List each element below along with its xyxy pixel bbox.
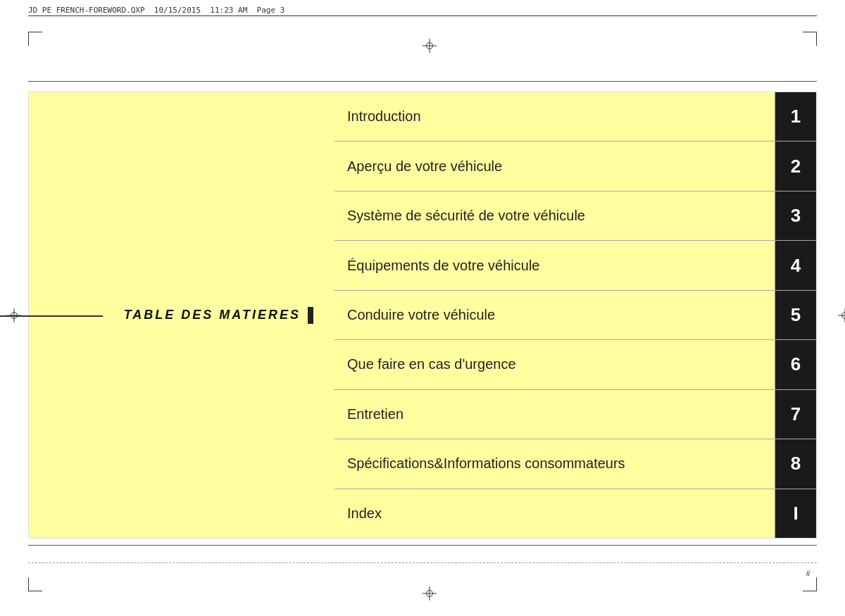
corner-mark-tr [803, 32, 817, 46]
corner-mark-br [803, 577, 817, 591]
toc-number: 7 [775, 390, 816, 439]
left-panel: TABLE DES MATIERES [28, 92, 334, 539]
toc-row: Système de sécurité de votre véhicule3 [334, 191, 816, 241]
top-rule [28, 15, 817, 16]
toc-number: I [775, 489, 816, 538]
toc-label[interactable]: Aperçu de votre véhicule [334, 142, 775, 190]
page-number: ii [806, 569, 810, 577]
toc-row: Aperçu de votre véhicule2 [334, 142, 816, 191]
main-content: TABLE DES MATIERES Introduction1Aperçu d… [28, 92, 817, 539]
toc-row: Équipements de votre véhicule4 [334, 241, 816, 290]
toc-row: Spécifications&Informations consommateur… [334, 439, 816, 489]
time-label: 11:23 AM [210, 6, 247, 15]
toc-number: 6 [775, 340, 816, 389]
toc-number: 3 [775, 191, 816, 240]
toc-label[interactable]: Équipements de votre véhicule [334, 241, 775, 289]
bottom-separator [28, 545, 817, 546]
toc-number: 5 [775, 291, 816, 339]
toc-label[interactable]: Index [334, 489, 775, 538]
toc-row: Que faire en cas d'urgence6 [334, 340, 816, 389]
toc-label[interactable]: Spécifications&Informations consommateur… [334, 439, 775, 488]
toc-label[interactable]: Système de sécurité de votre véhicule [334, 191, 775, 240]
toc-row: IndexI [334, 489, 816, 538]
toc-row: Introduction1 [334, 92, 816, 142]
toc-number: 1 [775, 92, 816, 141]
toc-row: Conduire votre véhicule5 [334, 291, 816, 340]
top-separator [28, 81, 817, 82]
toc-number: 4 [775, 241, 816, 289]
title-line [0, 315, 103, 317]
dashed-cut-line [28, 562, 817, 563]
toc-number: 8 [775, 439, 816, 488]
toc-label[interactable]: Conduire votre véhicule [334, 291, 775, 339]
toc-panel: Introduction1Aperçu de votre véhicule2Sy… [334, 92, 817, 539]
toc-number: 2 [775, 142, 816, 190]
toc-label[interactable]: Introduction [334, 92, 775, 141]
page-label: Page 3 [257, 6, 285, 15]
metadata-bar: JD PE FRENCH-FOREWORD.QXP 10/15/2015 11:… [28, 6, 284, 15]
table-title: TABLE DES MATIERES [124, 308, 301, 322]
corner-mark-bl [28, 577, 42, 591]
toc-row: Entretien7 [334, 390, 816, 439]
title-marker [308, 307, 313, 324]
filename-label: JD PE FRENCH-FOREWORD.QXP [28, 6, 145, 15]
corner-mark-tl [28, 32, 42, 46]
toc-label[interactable]: Entretien [334, 390, 775, 439]
toc-label[interactable]: Que faire en cas d'urgence [334, 340, 775, 389]
date-label: 10/15/2015 [154, 6, 201, 15]
